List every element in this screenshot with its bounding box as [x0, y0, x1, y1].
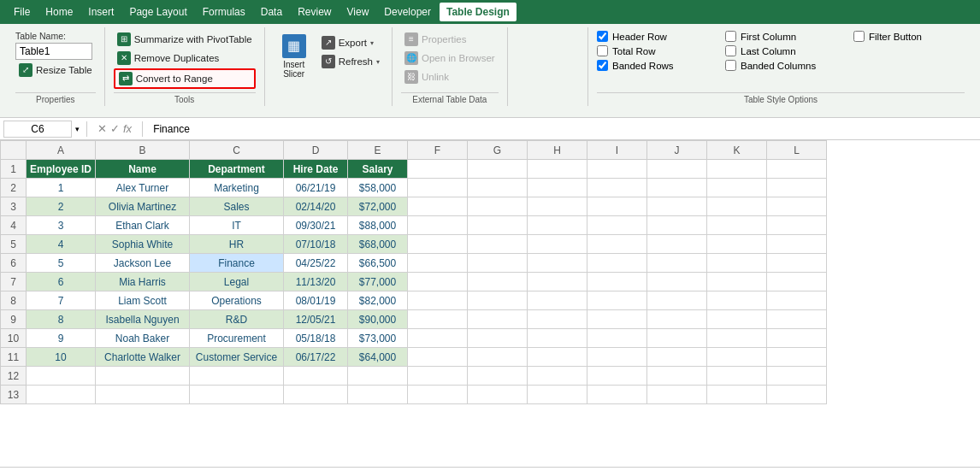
- table-row[interactable]: 3: [27, 216, 96, 235]
- menu-developer[interactable]: Developer: [377, 3, 438, 21]
- empty-cell-1-7[interactable]: [528, 160, 587, 179]
- empty-cell-13-3[interactable]: [284, 386, 348, 404]
- table-row[interactable]: Procurement: [190, 329, 284, 348]
- table-row[interactable]: 7: [27, 291, 96, 310]
- empty-cell-7-7[interactable]: [528, 273, 587, 291]
- table-row[interactable]: Liam Scott: [96, 291, 190, 310]
- empty-cell-2-10[interactable]: [707, 179, 767, 197]
- empty-cell-11-11[interactable]: [767, 348, 827, 367]
- empty-cell-8-10[interactable]: [707, 291, 767, 310]
- banded-columns-option[interactable]: Banded Columns: [725, 60, 836, 71]
- table-row[interactable]: $68,000: [348, 235, 408, 254]
- table-name-input[interactable]: [15, 43, 92, 60]
- menu-table-design[interactable]: Table Design: [440, 3, 517, 21]
- empty-cell-10-11[interactable]: [767, 329, 827, 348]
- menu-data[interactable]: Data: [254, 3, 289, 21]
- remove-duplicates-button[interactable]: ✕ Remove Duplicates: [114, 50, 256, 67]
- table-row[interactable]: 9: [27, 329, 96, 348]
- last-column-checkbox[interactable]: [725, 45, 736, 56]
- col-header-H[interactable]: H: [528, 141, 587, 160]
- empty-cell-11-5[interactable]: [408, 348, 468, 367]
- empty-cell-7-10[interactable]: [707, 273, 767, 291]
- confirm-formula-icon[interactable]: ✓: [110, 122, 120, 135]
- empty-cell-13-1[interactable]: [96, 386, 190, 404]
- empty-cell-2-6[interactable]: [468, 179, 528, 197]
- table-row[interactable]: Jackson Lee: [96, 254, 190, 273]
- export-button[interactable]: ↗ Export ▾: [318, 34, 383, 51]
- menu-file[interactable]: File: [7, 3, 37, 21]
- empty-cell-4-8[interactable]: [587, 216, 647, 235]
- empty-cell-8-8[interactable]: [587, 291, 647, 310]
- empty-cell-3-11[interactable]: [767, 197, 827, 216]
- cancel-formula-icon[interactable]: ✕: [97, 122, 107, 135]
- empty-cell-4-5[interactable]: [408, 216, 468, 235]
- insert-slicer-button[interactable]: ▦ InsertSlicer: [274, 31, 315, 82]
- empty-cell-11-7[interactable]: [528, 348, 587, 367]
- empty-cell-6-5[interactable]: [408, 254, 468, 273]
- table-row[interactable]: Charlotte Walker: [96, 348, 190, 367]
- table-header-0[interactable]: Employee ID: [27, 160, 96, 179]
- total-row-checkbox[interactable]: [597, 45, 608, 56]
- empty-cell-1-8[interactable]: [587, 160, 647, 179]
- table-row[interactable]: Noah Baker: [96, 329, 190, 348]
- header-row-checkbox[interactable]: [597, 31, 608, 42]
- empty-cell-8-5[interactable]: [408, 291, 468, 310]
- table-row[interactable]: Marketing: [190, 179, 284, 197]
- empty-cell-6-10[interactable]: [707, 254, 767, 273]
- empty-cell-7-5[interactable]: [408, 273, 468, 291]
- col-header-G[interactable]: G: [468, 141, 528, 160]
- refresh-button[interactable]: ↺ Refresh ▾: [318, 53, 383, 70]
- empty-cell-5-10[interactable]: [707, 235, 767, 254]
- menu-formulas[interactable]: Formulas: [196, 3, 252, 21]
- empty-cell-7-6[interactable]: [468, 273, 528, 291]
- first-column-option[interactable]: First Column: [725, 31, 836, 42]
- col-header-J[interactable]: J: [647, 141, 707, 160]
- col-header-I[interactable]: I: [587, 141, 647, 160]
- filter-button-option[interactable]: Filter Button: [853, 31, 965, 42]
- formula-dropdown-icon[interactable]: ▾: [75, 125, 80, 133]
- empty-cell-6-11[interactable]: [767, 254, 827, 273]
- empty-cell-12-6[interactable]: [468, 367, 528, 386]
- empty-cell-9-9[interactable]: [647, 310, 707, 329]
- col-header-D[interactable]: D: [284, 141, 348, 160]
- empty-cell-5-7[interactable]: [528, 235, 587, 254]
- empty-cell-10-10[interactable]: [707, 329, 767, 348]
- table-row[interactable]: 4: [27, 235, 96, 254]
- table-row[interactable]: Isabella Nguyen: [96, 310, 190, 329]
- empty-cell-4-6[interactable]: [468, 216, 528, 235]
- empty-cell-2-5[interactable]: [408, 179, 468, 197]
- empty-cell-8-6[interactable]: [468, 291, 528, 310]
- empty-cell-7-11[interactable]: [767, 273, 827, 291]
- table-row[interactable]: $73,000: [348, 329, 408, 348]
- empty-cell-5-8[interactable]: [587, 235, 647, 254]
- empty-cell-4-7[interactable]: [528, 216, 587, 235]
- cell-reference-input[interactable]: [3, 121, 72, 138]
- empty-cell-12-8[interactable]: [587, 367, 647, 386]
- table-row[interactable]: $82,000: [348, 291, 408, 310]
- table-row[interactable]: 07/10/18: [284, 235, 348, 254]
- empty-cell-3-8[interactable]: [587, 197, 647, 216]
- col-header-E[interactable]: E: [348, 141, 408, 160]
- empty-cell-13-6[interactable]: [468, 386, 528, 404]
- empty-cell-9-8[interactable]: [587, 310, 647, 329]
- empty-cell-12-7[interactable]: [528, 367, 587, 386]
- empty-cell-4-9[interactable]: [647, 216, 707, 235]
- empty-cell-9-5[interactable]: [408, 310, 468, 329]
- empty-cell-13-7[interactable]: [528, 386, 587, 404]
- empty-cell-1-6[interactable]: [468, 160, 528, 179]
- empty-cell-12-0[interactable]: [27, 367, 96, 386]
- table-row[interactable]: Customer Service: [190, 348, 284, 367]
- table-row[interactable]: $58,000: [348, 179, 408, 197]
- table-row[interactable]: $72,000: [348, 197, 408, 216]
- empty-cell-6-9[interactable]: [647, 254, 707, 273]
- empty-cell-6-6[interactable]: [468, 254, 528, 273]
- summarize-pivottable-button[interactable]: ⊞ Summarize with PivotTable: [114, 31, 256, 48]
- empty-cell-11-9[interactable]: [647, 348, 707, 367]
- empty-cell-3-10[interactable]: [707, 197, 767, 216]
- empty-cell-9-11[interactable]: [767, 310, 827, 329]
- table-row[interactable]: 04/25/22: [284, 254, 348, 273]
- table-row[interactable]: 5: [27, 254, 96, 273]
- col-header-A[interactable]: A: [27, 141, 96, 160]
- table-header-4[interactable]: Salary: [348, 160, 408, 179]
- empty-cell-6-7[interactable]: [528, 254, 587, 273]
